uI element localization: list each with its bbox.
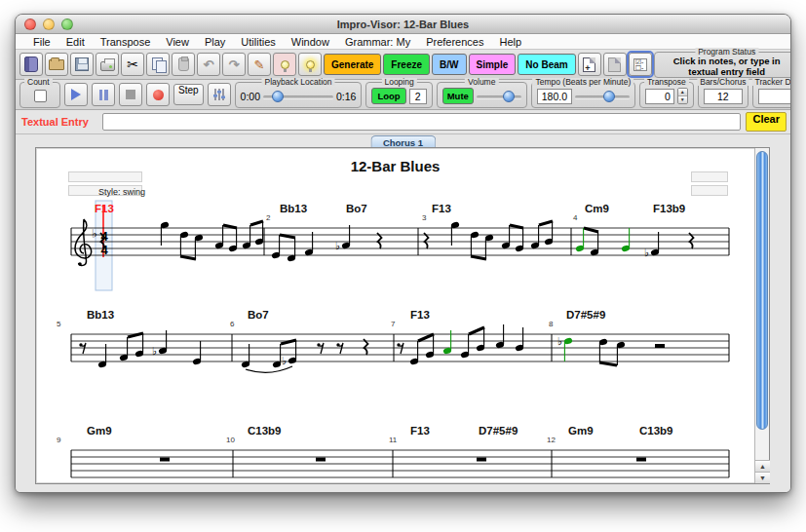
tempo-slider[interactable] — [575, 91, 630, 102]
menu-item-edit[interactable]: Edit — [58, 36, 93, 48]
notebook-icon — [24, 57, 38, 72]
add-tab-button[interactable] — [603, 53, 627, 76]
clipboard-icon — [178, 57, 189, 71]
menu-item-file[interactable]: File — [25, 36, 58, 48]
half-rest[interactable] — [655, 344, 665, 348]
stop-button[interactable] — [119, 83, 142, 106]
chord-symbol[interactable]: Gm9 — [87, 425, 112, 437]
playback-toolbar: Count Step Playback Location 0:00 0:16 L… — [16, 80, 790, 110]
whole-rest[interactable] — [316, 458, 326, 462]
new-leadsheet-button[interactable] — [19, 53, 43, 76]
redo-button[interactable]: ↷ — [222, 53, 246, 76]
tracker-delay-field[interactable]: 0 — [758, 89, 791, 104]
bars-chorus-field[interactable]: 12 — [704, 89, 743, 104]
pencil-icon: ✎ — [254, 57, 265, 72]
record-button[interactable] — [146, 83, 170, 106]
spinner-up-icon[interactable]: ▲ — [678, 89, 687, 96]
chord-symbol[interactable]: Gm9 — [568, 425, 594, 437]
transpose-field[interactable]: 0 — [645, 89, 674, 104]
volume-slider-thumb[interactable] — [503, 91, 515, 102]
beam — [223, 225, 237, 228]
open-leadsheet-button[interactable] — [45, 53, 68, 76]
leadsheet-panel[interactable]: 12-Bar Blues Style: swing 234F13Bb13Bo7F… — [35, 147, 770, 484]
advice-button[interactable] — [273, 53, 296, 76]
draw-button[interactable]: ✎ — [248, 53, 271, 76]
copy-button[interactable] — [146, 53, 170, 76]
playback-location-group: Playback Location 0:00 0:16 — [235, 82, 363, 108]
chord-symbol[interactable]: F13 — [410, 309, 430, 321]
flat-accidental: ♭ — [152, 345, 157, 357]
measure-number: 8 — [549, 320, 554, 328]
title-bar[interactable]: Impro-Visor: 12-Bar Blues — [16, 15, 790, 34]
whole-rest[interactable] — [477, 458, 486, 462]
chord-symbol[interactable]: F13b9 — [653, 203, 685, 214]
chord-symbol[interactable]: F13 — [95, 203, 114, 214]
menu-item-window[interactable]: Window — [284, 36, 337, 48]
menu-item-transpose[interactable]: Transpose — [93, 36, 159, 48]
loop-count-field[interactable]: 2 — [409, 89, 427, 104]
play-button[interactable] — [64, 83, 88, 106]
generate-button[interactable]: Generate — [324, 54, 381, 75]
simple-button[interactable]: Simple — [469, 54, 517, 75]
chord-symbol[interactable]: D7#5#9 — [566, 309, 605, 321]
no-beam-button[interactable]: No Beam — [518, 54, 575, 75]
open-folder-icon — [49, 59, 64, 70]
playback-slider-thumb[interactable] — [272, 91, 284, 102]
mute-button[interactable]: Mute — [442, 88, 474, 104]
chord-symbol[interactable]: Bb13 — [280, 203, 307, 214]
step-button[interactable]: Step — [173, 84, 204, 105]
menu-item-view[interactable]: View — [158, 36, 197, 48]
pause-button[interactable] — [92, 83, 115, 106]
menu-item-play[interactable]: Play — [197, 36, 233, 48]
transpose-spinner[interactable]: ▲▼ — [677, 88, 688, 104]
chord-symbol[interactable]: C13b9 — [248, 425, 282, 437]
scroll-up-arrow-icon[interactable]: ▲ — [755, 460, 770, 472]
volume-slider[interactable] — [477, 91, 521, 102]
count-in-checkbox[interactable] — [34, 90, 47, 102]
textual-entry-label: Textual Entry — [19, 116, 97, 128]
loop-button[interactable]: Loop — [371, 88, 405, 104]
chord-symbol[interactable]: Bo7 — [346, 203, 367, 214]
tempo-field[interactable]: 180.0 — [537, 89, 572, 104]
chord-symbol[interactable]: C13b9 — [639, 425, 673, 437]
menu-item-preferences[interactable]: Preferences — [418, 36, 491, 48]
clear-button[interactable]: Clear — [746, 112, 787, 132]
paste-button[interactable] — [172, 53, 195, 76]
menu-item-help[interactable]: Help — [491, 36, 529, 48]
staff-canvas[interactable]: 12-Bar Blues Style: swing 234F13Bb13Bo7F… — [36, 148, 754, 483]
zoom-button[interactable] — [61, 19, 73, 30]
chord-symbol[interactable]: F13 — [432, 203, 451, 214]
undo-button[interactable]: ↶ — [197, 53, 220, 76]
chord-symbol[interactable]: Cm9 — [585, 203, 609, 214]
new-chorus-tab-button[interactable]: + — [578, 53, 601, 76]
textual-entry-input[interactable] — [102, 113, 741, 131]
close-button[interactable] — [24, 19, 36, 30]
beam — [180, 256, 196, 259]
print-button[interactable] — [96, 53, 119, 76]
playback-slider[interactable] — [263, 91, 333, 102]
chord-symbol[interactable]: F13 — [410, 425, 430, 437]
whole-rest[interactable] — [636, 458, 646, 462]
lick-generator-bulb-button[interactable] — [298, 53, 322, 76]
notation-svg[interactable]: 234F13Bb13Bo7F13Cm9F13b9♭44♭♭5678Bb13Bo7… — [36, 148, 754, 483]
chord-symbol[interactable]: D7#5#9 — [479, 425, 518, 437]
scrollbar-thumb[interactable] — [756, 151, 768, 430]
menu-item-grammar[interactable]: Grammar: My — [337, 36, 418, 48]
chord-symbol[interactable]: Bb13 — [87, 309, 114, 321]
checkbox-list-button[interactable]: ☑-☐- — [629, 53, 652, 76]
menu-item-utilities[interactable]: Utilities — [233, 36, 283, 48]
chord-symbol[interactable]: Bo7 — [248, 309, 269, 321]
bw-button[interactable]: B/W — [432, 54, 466, 75]
tempo-slider-thumb[interactable] — [603, 91, 615, 102]
time-signature-bottom: 4 — [100, 243, 108, 257]
spinner-down-icon[interactable]: ▼ — [678, 96, 687, 103]
mixer-button[interactable] — [208, 83, 231, 106]
freeze-button[interactable]: Freeze — [383, 54, 430, 75]
save-leadsheet-button[interactable] — [70, 53, 94, 76]
flat-accidental: ♭ — [557, 335, 562, 347]
scroll-down-arrow-icon[interactable]: ▼ — [755, 472, 770, 483]
vertical-scrollbar[interactable]: ▲ ▼ — [754, 148, 769, 483]
minimize-button[interactable] — [43, 19, 55, 30]
cut-button[interactable]: ✂ — [121, 53, 144, 76]
whole-rest[interactable] — [160, 458, 170, 462]
